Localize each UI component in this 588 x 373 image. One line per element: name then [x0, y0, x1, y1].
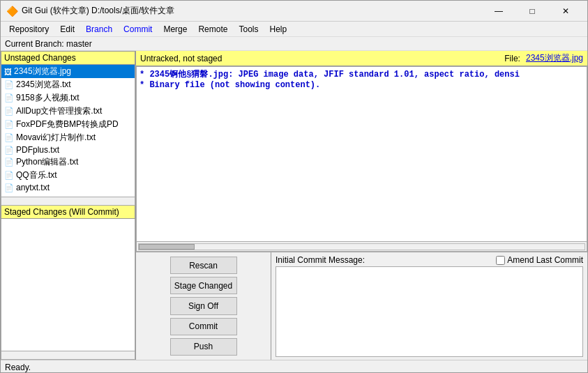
menu-remote[interactable]: Remote — [193, 22, 233, 37]
file-item[interactable]: 📄Movavi幻灯片制作.txt — [1, 131, 135, 144]
file-item[interactable]: 📄QQ音乐.txt — [1, 169, 135, 182]
title-icon: 🔶 — [6, 6, 17, 17]
file-name: anytxt.txt — [16, 183, 50, 192]
file-item[interactable]: 📄anytxt.txt — [1, 182, 135, 193]
file-status: Untracked, not staged — [140, 54, 222, 63]
push-button[interactable]: Push — [170, 338, 237, 356]
menu-repository[interactable]: Repository — [3, 22, 54, 37]
file-info-bar: Untracked, not staged File: 2345浏览器.jpg — [136, 51, 587, 66]
diff-line-2: * Binary file (not showing content). — [140, 80, 584, 90]
file-icon: 📄 — [4, 158, 14, 167]
menu-bar: Repository Edit Branch Commit Merge Remo… — [1, 22, 587, 37]
file-item[interactable]: 🖼2345浏览器.jpg — [1, 65, 135, 78]
file-icon: 📄 — [4, 93, 14, 102]
commit-message-header: Initial Commit Message: Amend Last Commi… — [276, 255, 583, 265]
menu-merge[interactable]: Merge — [158, 22, 193, 37]
hscroll-thumb[interactable] — [139, 244, 195, 250]
file-icon: 📄 — [4, 107, 14, 116]
amend-label: Amend Last Commit — [507, 255, 583, 265]
file-name: Python编辑器.txt — [16, 156, 78, 168]
menu-help[interactable]: Help — [264, 22, 292, 37]
menu-tools[interactable]: Tools — [233, 22, 264, 37]
menu-commit[interactable]: Commit — [118, 22, 158, 37]
unstaged-header: Unstaged Changes — [1, 51, 135, 65]
left-panel: Unstaged Changes 🖼2345浏览器.jpg📄2345浏览器.tx… — [1, 51, 136, 360]
commit-area: Initial Commit Message: Amend Last Commi… — [271, 252, 587, 360]
staged-header: Staged Changes (Will Commit) — [1, 206, 135, 219]
file-item[interactable]: 📄FoxPDF免费BMP转换成PD — [1, 118, 135, 131]
file-icon: 🖼 — [4, 68, 12, 76]
status-text: Ready. — [5, 363, 31, 372]
staged-list[interactable] — [1, 219, 135, 351]
rescan-button[interactable]: Rescan — [170, 257, 237, 274]
file-icon: 📄 — [4, 120, 14, 129]
commit-button[interactable]: Commit — [170, 318, 237, 335]
file-icon: 📄 — [4, 133, 14, 142]
file-icon: 📄 — [4, 80, 14, 89]
file-item[interactable]: 📄9158多人视频.txt — [1, 91, 135, 105]
file-item[interactable]: 📄2345浏览器.txt — [1, 78, 135, 91]
unstaged-hscrollbar[interactable] — [1, 197, 135, 206]
file-item[interactable]: 📄PDFplus.txt — [1, 144, 135, 155]
amend-checkbox-area: Amend Last Commit — [496, 255, 583, 265]
main-content: Unstaged Changes 🖼2345浏览器.jpg📄2345浏览器.tx… — [1, 51, 587, 360]
right-panel: Untracked, not staged File: 2345浏览器.jpg … — [136, 51, 587, 360]
diff-area[interactable]: * 2345锕他§猬磐.jpg: JPEG image data, JFIF s… — [136, 66, 587, 242]
maximize-button[interactable]: □ — [516, 1, 548, 22]
file-name: QQ音乐.txt — [16, 169, 57, 181]
file-name: Movavi幻灯片制作.txt — [16, 132, 96, 144]
file-name: PDFplus.txt — [16, 145, 59, 155]
status-bar: Ready. — [1, 360, 587, 373]
menu-edit[interactable]: Edit — [54, 22, 80, 37]
file-name: 2345浏览器.txt — [16, 79, 71, 91]
amend-checkbox[interactable] — [496, 256, 505, 265]
file-icon: 📄 — [4, 171, 14, 180]
file-name: FoxPDF免费BMP转换成PD — [16, 119, 119, 130]
file-link[interactable]: 2345浏览器.jpg — [526, 52, 583, 64]
branch-bar: Current Branch: master — [1, 37, 587, 51]
diff-line-1: * 2345锕他§猬磐.jpg: JPEG image data, JFIF s… — [140, 68, 584, 80]
sign-off-button[interactable]: Sign Off — [170, 297, 237, 314]
hscroll-track[interactable] — [138, 243, 585, 250]
action-panel: Rescan Stage Changed Sign Off Commit Pus… — [136, 252, 271, 360]
commit-message-input[interactable] — [276, 266, 583, 357]
menu-branch[interactable]: Branch — [80, 22, 118, 37]
file-item[interactable]: 📄AllDup文件管理搜索.txt — [1, 105, 135, 118]
commit-message-label: Initial Commit Message: — [276, 255, 365, 265]
title-text: Git Gui (软件文章) D:/tools/桌面/软件文章 — [22, 5, 483, 17]
title-controls: — □ ✕ — [483, 1, 582, 22]
minimize-button[interactable]: — — [483, 1, 515, 22]
file-label: File: — [504, 54, 520, 63]
file-name: 9158多人视频.txt — [16, 92, 80, 104]
diff-hscrollbar[interactable] — [136, 242, 587, 252]
stage-changed-button[interactable]: Stage Changed — [170, 277, 237, 294]
title-bar: 🔶 Git Gui (软件文章) D:/tools/桌面/软件文章 — □ ✕ — [1, 1, 587, 22]
file-name: AllDup文件管理搜索.txt — [16, 105, 102, 117]
staged-hscrollbar[interactable] — [1, 351, 135, 360]
branch-text: Current Branch: master — [5, 39, 92, 49]
file-name: 2345浏览器.jpg — [14, 66, 71, 77]
file-item[interactable]: 📄Python编辑器.txt — [1, 155, 135, 169]
close-button[interactable]: ✕ — [550, 1, 582, 22]
file-icon: 📄 — [4, 183, 14, 192]
bottom-area: Rescan Stage Changed Sign Off Commit Pus… — [136, 252, 587, 360]
unstaged-list[interactable]: 🖼2345浏览器.jpg📄2345浏览器.txt📄9158多人视频.txt📄Al… — [1, 65, 135, 197]
file-icon: 📄 — [4, 146, 14, 155]
